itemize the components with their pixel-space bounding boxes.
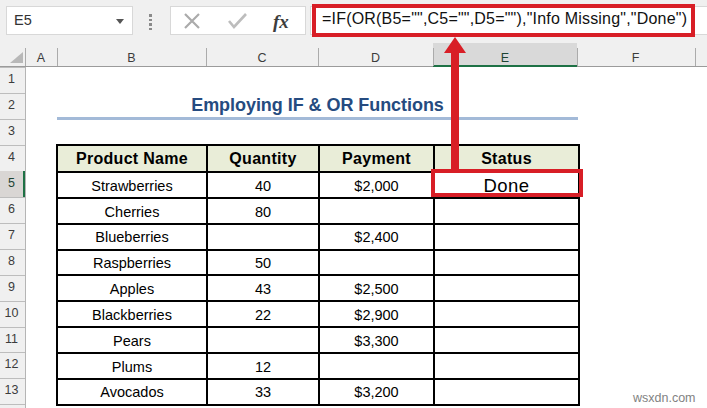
svg-text:fx: fx xyxy=(273,11,289,32)
